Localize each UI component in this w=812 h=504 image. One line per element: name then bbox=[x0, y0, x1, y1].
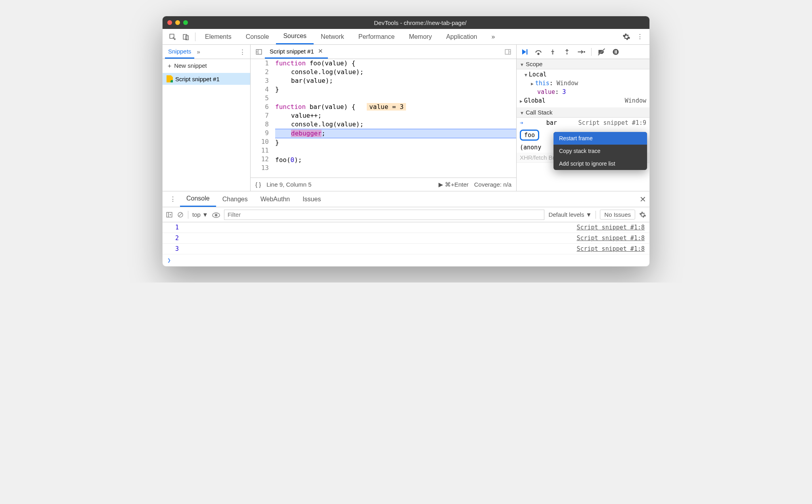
zoom-window-icon[interactable] bbox=[183, 20, 188, 25]
settings-icon[interactable] bbox=[619, 31, 634, 43]
debugger-panel: Scope Local this: Window value: 3 Global… bbox=[516, 45, 649, 191]
window-controls bbox=[167, 20, 188, 25]
stack-frame-bar[interactable]: bar Script snippet #1:9 bbox=[517, 118, 649, 128]
titlebar: DevTools - chrome://new-tab-page/ bbox=[163, 16, 649, 29]
svg-rect-1 bbox=[183, 34, 187, 39]
editor-file-tab[interactable]: Script snippet #1 ✕ bbox=[265, 45, 328, 59]
snippet-file-icon bbox=[167, 75, 173, 82]
tab-memory[interactable]: Memory bbox=[402, 29, 439, 44]
ctx-add-ignore-list[interactable]: Add script to ignore list bbox=[553, 157, 647, 170]
svg-point-12 bbox=[613, 49, 619, 55]
drawer-close-icon[interactable]: ✕ bbox=[640, 195, 646, 204]
sidebar-kebab-icon[interactable]: ⋮ bbox=[237, 48, 248, 55]
live-expression-icon[interactable] bbox=[212, 211, 220, 218]
console-prompt[interactable]: ❯ bbox=[163, 254, 649, 266]
drawer-tab-changes[interactable]: Changes bbox=[216, 191, 254, 207]
svg-point-6 bbox=[538, 53, 539, 54]
svg-line-17 bbox=[179, 213, 182, 217]
step-into-icon[interactable] bbox=[548, 48, 557, 56]
tabs-overflow[interactable]: » bbox=[484, 29, 502, 44]
editor-tab-label: Script snippet #1 bbox=[270, 48, 314, 55]
scope-local[interactable]: Local bbox=[517, 70, 649, 79]
console-row[interactable]: 2 Script snippet #1:8 bbox=[163, 233, 649, 244]
drawer-tab-webauthn[interactable]: WebAuthn bbox=[254, 191, 296, 207]
window-title: DevTools - chrome://new-tab-page/ bbox=[196, 19, 645, 26]
deactivate-breakpoints-icon[interactable] bbox=[597, 48, 606, 56]
minimize-window-icon[interactable] bbox=[175, 20, 180, 25]
scope-this[interactable]: this: Window bbox=[517, 79, 649, 88]
svg-point-19 bbox=[215, 214, 218, 217]
issues-button[interactable]: No Issues bbox=[600, 210, 635, 220]
device-toggle-icon[interactable] bbox=[179, 31, 193, 43]
snippet-item-label: Script snippet #1 bbox=[175, 76, 220, 82]
cursor-position: Line 9, Column 5 bbox=[266, 181, 311, 188]
svg-point-8 bbox=[566, 53, 567, 54]
tab-application[interactable]: Application bbox=[439, 29, 484, 44]
context-menu: Restart frame Copy stack trace Add scrip… bbox=[553, 132, 647, 170]
svg-point-7 bbox=[552, 53, 553, 54]
tab-sources[interactable]: Sources bbox=[276, 29, 314, 44]
drawer-kebab-icon[interactable]: ⋮ bbox=[166, 195, 180, 203]
step-out-icon[interactable] bbox=[563, 48, 571, 56]
scope-global[interactable]: Global Window bbox=[517, 96, 649, 105]
console-sidebar-icon[interactable] bbox=[166, 211, 173, 218]
inspect-icon[interactable] bbox=[166, 31, 179, 43]
svg-rect-14 bbox=[616, 50, 617, 53]
clear-console-icon[interactable] bbox=[177, 211, 184, 218]
step-over-icon[interactable] bbox=[534, 48, 543, 56]
main-tabstrip: Elements Console Sources Network Perform… bbox=[163, 29, 649, 45]
sidebar-tabs-overflow[interactable]: » bbox=[194, 48, 202, 55]
console-output: 1 Script snippet #1:8 2 Script snippet #… bbox=[163, 222, 649, 266]
close-tab-icon[interactable]: ✕ bbox=[318, 48, 323, 55]
console-settings-icon[interactable] bbox=[639, 211, 646, 218]
console-row[interactable]: 3 Script snippet #1:8 bbox=[163, 244, 649, 254]
drawer-tabstrip: ⋮ Console Changes WebAuthn Issues ✕ bbox=[163, 191, 649, 207]
new-snippet-button[interactable]: ＋ New snippet bbox=[163, 59, 250, 73]
pause-exceptions-icon[interactable] bbox=[611, 48, 620, 56]
resume-icon[interactable] bbox=[520, 48, 529, 56]
separator bbox=[195, 32, 195, 41]
run-snippet-hint[interactable]: ▶ ⌘+Enter bbox=[439, 181, 469, 188]
show-debugger-icon[interactable] bbox=[502, 48, 514, 55]
pretty-print-icon[interactable]: { } bbox=[255, 181, 261, 188]
drawer-tab-console[interactable]: Console bbox=[180, 191, 216, 207]
console-filter-input[interactable] bbox=[224, 210, 545, 220]
tab-network[interactable]: Network bbox=[314, 29, 351, 44]
coverage-status: Coverage: n/a bbox=[474, 181, 511, 188]
sidebar-tab-snippets[interactable]: Snippets bbox=[165, 45, 194, 59]
scope-section-header[interactable]: Scope bbox=[517, 59, 649, 69]
ctx-copy-stack-trace[interactable]: Copy stack trace bbox=[553, 145, 647, 157]
log-levels-selector[interactable]: Default levels ▼ bbox=[548, 211, 592, 218]
svg-rect-13 bbox=[615, 50, 616, 53]
tab-performance[interactable]: Performance bbox=[351, 29, 402, 44]
editor-statusbar: { } Line 9, Column 5 ▶ ⌘+Enter Coverage:… bbox=[251, 178, 516, 191]
editor-panel: Script snippet #1 ✕ 12345678910111213 fu… bbox=[251, 45, 516, 191]
svg-rect-5 bbox=[527, 49, 528, 54]
tab-elements[interactable]: Elements bbox=[198, 29, 239, 44]
show-navigator-icon[interactable] bbox=[253, 48, 265, 55]
callstack-section-header[interactable]: Call Stack bbox=[517, 107, 649, 118]
console-row[interactable]: 1 Script snippet #1:8 bbox=[163, 222, 649, 233]
code-editor[interactable]: 12345678910111213 function foo(value) {c… bbox=[251, 59, 516, 178]
scope-value[interactable]: value: 3 bbox=[517, 88, 649, 96]
console-toolbar: top ▼ Default levels ▼ No Issues bbox=[163, 207, 649, 222]
close-window-icon[interactable] bbox=[167, 20, 172, 25]
ctx-restart-frame[interactable]: Restart frame bbox=[553, 132, 647, 145]
context-selector[interactable]: top ▼ bbox=[192, 211, 208, 218]
devtools-window: DevTools - chrome://new-tab-page/ Elemen… bbox=[162, 16, 650, 267]
tab-console[interactable]: Console bbox=[239, 29, 276, 44]
drawer-tab-issues[interactable]: Issues bbox=[296, 191, 327, 207]
navigator-sidebar: Snippets » ⋮ ＋ New snippet Script snippe… bbox=[163, 45, 251, 191]
snippet-list-item[interactable]: Script snippet #1 bbox=[163, 73, 250, 85]
kebab-menu-icon[interactable]: ⋮ bbox=[634, 31, 646, 43]
step-icon[interactable] bbox=[577, 48, 586, 56]
svg-point-9 bbox=[584, 51, 585, 53]
